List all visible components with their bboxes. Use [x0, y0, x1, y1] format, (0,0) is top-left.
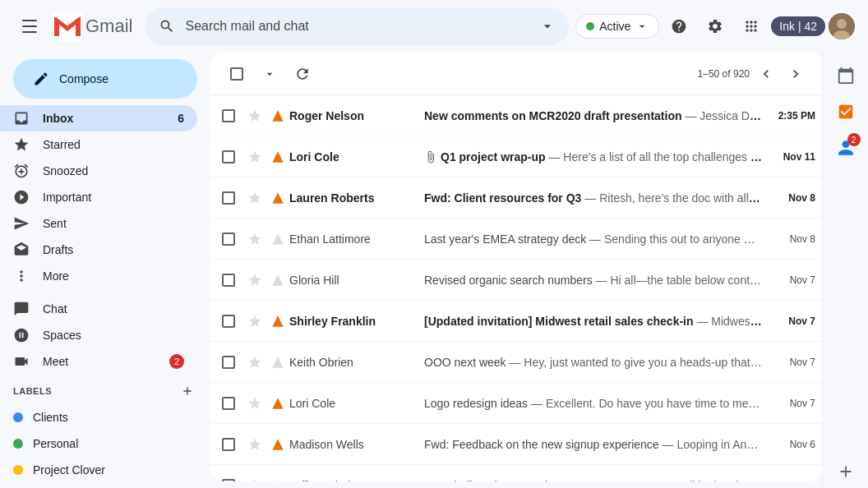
row-checkbox[interactable] [217, 232, 240, 246]
star-button[interactable] [243, 108, 266, 123]
star-button[interactable] [243, 232, 266, 246]
row-checkbox[interactable] [217, 109, 240, 122]
account-badge[interactable]: Ink | 42 [771, 16, 825, 36]
sidebar-item-label: Drafts [43, 243, 73, 256]
add-label-button[interactable] [178, 381, 197, 401]
email-row[interactable]: Keith Obrien OOO next week — Hey, just w… [210, 342, 822, 383]
avatar[interactable] [829, 13, 855, 39]
select-all-cb[interactable] [230, 67, 243, 81]
topbar: Gmail Search mail and chat Active [0, 0, 868, 53]
sender-name: Lauren Roberts [289, 191, 421, 205]
email-row[interactable]: Roger Nelson New comments on MCR2020 dra… [210, 95, 822, 136]
row-checkbox[interactable] [217, 274, 240, 287]
refresh-button[interactable] [289, 61, 316, 87]
snoozed-icon [13, 163, 30, 179]
label-item-clients[interactable]: Clients [0, 404, 197, 430]
next-page-button[interactable] [783, 61, 809, 87]
refresh-icon [294, 66, 311, 82]
inbox-count: 6 [178, 112, 184, 125]
star-button[interactable] [243, 150, 266, 164]
star-icon [247, 437, 262, 452]
panel-tasks-button[interactable] [829, 95, 862, 128]
important-marker[interactable] [270, 356, 286, 369]
email-row[interactable]: Ethan Lattimore Last year's EMEA strateg… [210, 219, 822, 260]
important-marker[interactable] [270, 315, 286, 328]
prev-page-button[interactable] [753, 61, 779, 87]
important-marker[interactable] [270, 109, 286, 122]
important-icon [271, 232, 284, 246]
star-icon [247, 314, 262, 329]
email-row[interactable]: Jeffrey Clark Town hall on the upcoming … [210, 465, 822, 481]
meet-badge: 2 [169, 354, 184, 369]
compose-button[interactable]: Compose [13, 59, 197, 99]
star-button[interactable] [243, 478, 266, 482]
important-marker[interactable] [270, 191, 286, 205]
panel-contacts-button[interactable]: 2 [829, 131, 862, 164]
email-row[interactable]: Lori Cole Q1 project wrap-up — Here's a … [210, 136, 822, 177]
email-time: Nov 7 [766, 315, 815, 327]
sidebar-item-snoozed[interactable]: Snoozed [0, 158, 197, 184]
star-button[interactable] [243, 191, 266, 205]
row-checkbox[interactable] [217, 356, 240, 369]
row-checkbox[interactable] [217, 438, 240, 451]
search-icon [159, 18, 175, 35]
help-button[interactable] [663, 10, 695, 43]
sidebar-item-inbox[interactable]: Inbox 6 [0, 105, 197, 131]
star-button[interactable] [243, 437, 266, 452]
email-row[interactable]: Lori Cole Logo redesign ideas — Excellen… [210, 383, 822, 424]
sidebar-item-spaces[interactable]: Spaces [0, 322, 197, 348]
label-item-personal[interactable]: Personal [0, 430, 197, 457]
sidebar-item-chat[interactable]: Chat [0, 296, 197, 322]
sidebar-item-label: Inbox [43, 112, 73, 125]
important-marker[interactable] [270, 479, 286, 482]
sidebar-item-more[interactable]: More [0, 263, 197, 289]
important-marker[interactable] [270, 150, 286, 163]
email-row[interactable]: Shirley Franklin [Updated invitation] Mi… [210, 301, 822, 342]
sidebar-item-drafts[interactable]: Drafts [0, 237, 197, 263]
label-item-project-clover[interactable]: Project Clover [0, 457, 197, 483]
search-bar[interactable]: Search mail and chat [145, 7, 569, 45]
star-button[interactable] [243, 396, 266, 411]
important-marker[interactable] [270, 232, 286, 246]
select-all-checkbox[interactable] [224, 61, 250, 87]
sidebar-item-meet[interactable]: Meet 2 [0, 348, 197, 375]
label-dot [13, 465, 23, 475]
spaces-label: Spaces [43, 329, 81, 342]
sidebar-item-starred[interactable]: Starred [0, 131, 197, 158]
email-subject: Logo redesign ideas [424, 397, 528, 410]
email-row[interactable]: Gloria Hill Revised organic search numbe… [210, 260, 822, 301]
row-checkbox[interactable] [217, 191, 240, 205]
contacts-badge: 2 [847, 133, 861, 146]
search-dropdown-icon[interactable] [539, 18, 556, 35]
sender-name: Lori Cole [289, 150, 421, 163]
meet-icon [13, 353, 30, 370]
row-checkbox[interactable] [217, 479, 240, 482]
panel-expand-button[interactable] [829, 455, 862, 488]
star-button[interactable] [243, 314, 266, 329]
tasks-icon [837, 103, 855, 121]
attachment-icon [424, 150, 437, 163]
star-button[interactable] [243, 355, 266, 370]
sidebar-item-sent[interactable]: Sent [0, 210, 197, 237]
row-checkbox[interactable] [217, 315, 240, 328]
label-item-project-dot[interactable]: Project Dot [0, 483, 197, 488]
email-subject: Town hall on the upcoming merger [424, 479, 600, 482]
apps-button[interactable] [735, 10, 768, 43]
row-checkbox[interactable] [217, 150, 240, 163]
select-dropdown-button[interactable] [256, 61, 283, 87]
star-button[interactable] [243, 273, 266, 288]
email-row[interactable]: Lauren Roberts Fwd: Client resources for… [210, 177, 822, 219]
important-marker[interactable] [270, 397, 286, 410]
starred-icon [13, 136, 30, 153]
important-marker[interactable] [270, 438, 286, 451]
active-status-button[interactable]: Active [575, 14, 659, 39]
sidebar-item-important[interactable]: Important [0, 184, 197, 210]
row-checkbox[interactable] [217, 397, 240, 410]
email-subject: OOO next week [424, 356, 506, 369]
search-input[interactable]: Search mail and chat [185, 19, 529, 34]
panel-calendar-button[interactable] [829, 59, 862, 92]
email-row[interactable]: Madison Wells Fwd: Feedback on the new s… [210, 424, 822, 465]
important-marker[interactable] [270, 274, 286, 287]
menu-button[interactable] [13, 10, 46, 43]
settings-button[interactable] [699, 10, 732, 43]
